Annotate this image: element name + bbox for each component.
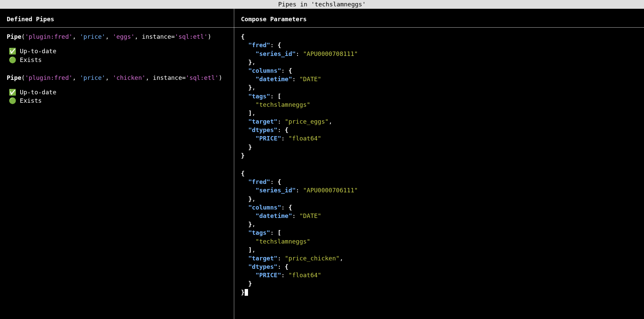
status-line: 🟢 Exists xyxy=(9,96,227,105)
check-icon: ✅ xyxy=(9,47,16,55)
left-pane-header: Defined Pipes xyxy=(0,9,234,28)
compose-json-block: { "fred": { "series_id": "APU0000708111"… xyxy=(241,32,637,160)
status-line: ✅ Up-to-date xyxy=(9,88,227,96)
window-title: Pipes in 'techslamneggs' xyxy=(0,0,644,9)
dot-icon: 🟢 xyxy=(9,97,16,104)
right-pane-body: { "fred": { "series_id": "APU0000708111"… xyxy=(234,28,644,311)
status-label: Exists xyxy=(20,56,42,63)
pipe-signature: Pipe('plugin:fred', 'price', 'eggs', ins… xyxy=(7,32,227,41)
pipe-block: Pipe('plugin:fred', 'price', 'eggs', ins… xyxy=(7,32,227,64)
left-pane: Defined Pipes Pipe('plugin:fred', 'price… xyxy=(0,9,234,319)
status-label: Up-to-date xyxy=(20,47,56,55)
right-pane-header: Compose Parameters xyxy=(234,9,644,28)
cursor xyxy=(245,289,248,296)
main-container: Defined Pipes Pipe('plugin:fred', 'price… xyxy=(0,9,644,319)
status-line: ✅ Up-to-date xyxy=(9,47,227,55)
check-icon: ✅ xyxy=(9,89,16,96)
pipe-block: Pipe('plugin:fred', 'price', 'chicken', … xyxy=(7,73,227,105)
right-pane: Compose Parameters { "fred": { "series_i… xyxy=(234,9,644,319)
status-label: Up-to-date xyxy=(20,89,56,96)
pipe-signature: Pipe('plugin:fred', 'price', 'chicken', … xyxy=(7,73,227,82)
left-pane-body: Pipe('plugin:fred', 'price', 'eggs', ins… xyxy=(0,28,234,119)
dot-icon: 🟢 xyxy=(9,56,16,63)
status-line: 🟢 Exists xyxy=(9,56,227,64)
compose-json-block: { "fred": { "series_id": "APU0000706111"… xyxy=(241,169,637,296)
status-label: Exists xyxy=(20,97,42,104)
